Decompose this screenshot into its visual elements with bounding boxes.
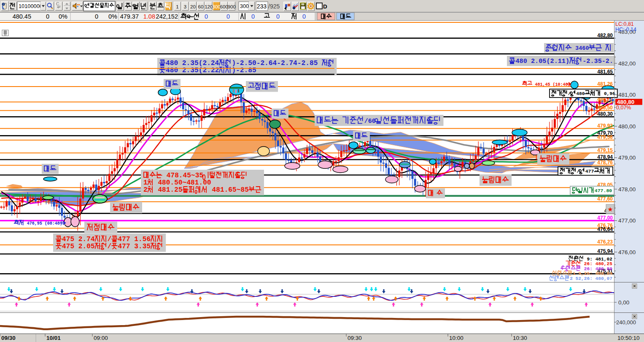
svg-text:479,56: 479,56 bbox=[597, 134, 613, 140]
svg-text:LC:0,81: LC:0,81 bbox=[615, 21, 634, 27]
svg-text:10:00: 10:00 bbox=[449, 335, 463, 341]
svg-text:2: 2 bbox=[143, 186, 148, 194]
svg-text:240,000: 240,000 bbox=[616, 319, 636, 326]
svg-text:475 2.74: 475 2.74 bbox=[62, 236, 95, 243]
svg-text:0: 0 bbox=[46, 13, 49, 20]
svg-text:480,50: 480,50 bbox=[597, 105, 613, 111]
svg-text:0: 0 bbox=[302, 13, 306, 20]
svg-text:479.37: 479.37 bbox=[120, 13, 139, 20]
svg-text:477: 477 bbox=[585, 168, 594, 174]
svg-text:10100000: 10100000 bbox=[19, 3, 43, 9]
svg-text:)-2.85: )-2.85 bbox=[232, 67, 256, 74]
svg-text:300: 300 bbox=[240, 3, 249, 9]
svg-text:2 52,26: 480,07: 2 52,26: 480,07 bbox=[570, 276, 612, 281]
svg-text:481,00: 481,00 bbox=[618, 92, 636, 98]
svg-text:3: 3 bbox=[184, 4, 186, 9]
svg-text:09:30: 09:30 bbox=[348, 335, 362, 341]
svg-text:481,65: 481,65 bbox=[597, 69, 613, 75]
svg-text:D: D bbox=[323, 3, 327, 10]
svg-text:10/01: 10/01 bbox=[46, 335, 61, 341]
svg-text:60: 60 bbox=[198, 4, 204, 9]
svg-text:120: 120 bbox=[205, 4, 213, 9]
svg-text:481.65~85: 481.65~85 bbox=[208, 186, 249, 194]
svg-text:9: 481,02: 9: 481,02 bbox=[584, 257, 612, 262]
svg-text:475,94: 475,94 bbox=[597, 248, 613, 254]
svg-text:478,94: 478,94 bbox=[597, 154, 613, 160]
svg-text:479,93: 479,93 bbox=[597, 123, 613, 129]
svg-text:476,23: 476,23 bbox=[597, 239, 613, 245]
svg-text:0: 0 bbox=[95, 13, 98, 20]
svg-text:600: 600 bbox=[220, 4, 228, 9]
svg-text:/60: /60 bbox=[364, 118, 376, 125]
svg-text:/: / bbox=[108, 236, 112, 243]
svg-text:0: 0 bbox=[276, 13, 280, 20]
svg-text:26: 480,25: 26: 480,25 bbox=[581, 261, 612, 266]
svg-text:478,00: 478,00 bbox=[618, 186, 636, 193]
svg-text:477.80: 477.80 bbox=[595, 188, 612, 193]
svg-text:/: / bbox=[108, 243, 112, 250]
svg-text:480 2.05(2.11): 480 2.05(2.11) bbox=[516, 57, 570, 65]
svg-text:480,30: 480,30 bbox=[597, 111, 613, 117]
svg-text:10:30: 10:30 bbox=[513, 335, 527, 341]
svg-text:479,15: 479,15 bbox=[597, 147, 613, 153]
svg-text:481.25: 481.25 bbox=[154, 186, 183, 194]
svg-text:0,96: 0,96 bbox=[601, 91, 615, 96]
svg-text:480 2.35(2.22: 480 2.35(2.22 bbox=[166, 67, 219, 74]
svg-text:0: 0 bbox=[226, 13, 230, 20]
svg-text:482,00: 482,00 bbox=[618, 60, 636, 67]
svg-text:HC:-0,14: HC:-0,14 bbox=[615, 27, 636, 33]
svg-text:★: ★ bbox=[607, 206, 613, 213]
svg-text:478,76: 478,76 bbox=[597, 160, 613, 166]
svg-text:/925: /925 bbox=[268, 3, 280, 10]
svg-text:1.08: 1.08 bbox=[143, 13, 155, 20]
svg-text:477,60: 477,60 bbox=[597, 196, 613, 202]
svg-text:480,00: 480,00 bbox=[618, 123, 636, 130]
svg-text:20: 20 bbox=[190, 4, 196, 9]
svg-text:480: 480 bbox=[576, 91, 585, 96]
svg-text:09/30: 09/30 bbox=[1, 335, 16, 341]
svg-text:0,07%: 0,07% bbox=[616, 105, 631, 111]
svg-text:-2.35-2.: -2.35-2. bbox=[582, 57, 613, 65]
svg-text:0,00: 0,00 bbox=[618, 299, 629, 306]
svg-text:1 9,26: 480,04: 1 9,26: 480,04 bbox=[573, 271, 612, 276]
svg-text:477 1.56: 477 1.56 bbox=[118, 236, 151, 243]
svg-text:478.45~35: 478.45~35 bbox=[162, 172, 203, 179]
svg-text:480.50~481.00: 480.50~481.00 bbox=[154, 179, 211, 187]
svg-text:233: 233 bbox=[257, 3, 267, 10]
svg-text:C: C bbox=[56, 2, 59, 6]
svg-text:477,00: 477,00 bbox=[618, 217, 636, 224]
svg-text:480,80: 480,80 bbox=[617, 99, 634, 105]
svg-text:477,00: 477,00 bbox=[597, 215, 613, 221]
svg-text:476,00: 476,00 bbox=[618, 249, 636, 255]
svg-text:481,26: 481,26 bbox=[597, 81, 613, 87]
svg-text:3460: 3460 bbox=[572, 45, 589, 52]
svg-text:)-2.50-2.64-2.74-2.85: )-2.50-2.64-2.74-2.85 bbox=[232, 60, 322, 67]
svg-text:300: 300 bbox=[213, 4, 221, 9]
svg-text:1: 1 bbox=[143, 179, 148, 187]
svg-text:0%: 0% bbox=[59, 13, 67, 20]
svg-text:476,95 (08:48): 476,95 (08:48) bbox=[24, 221, 62, 226]
svg-text:0: 0 bbox=[251, 13, 255, 20]
svg-text:09:00: 09:00 bbox=[94, 335, 108, 341]
svg-text:26: 480,80: 26: 480,80 bbox=[581, 266, 612, 271]
svg-text:482,80: 482,80 bbox=[597, 33, 613, 38]
svg-text:480.45: 480.45 bbox=[13, 13, 31, 20]
svg-text:481,45 (10:48): 481,45 (10:48) bbox=[532, 82, 570, 87]
svg-text:1: 1 bbox=[176, 4, 178, 9]
svg-text:479,00: 479,00 bbox=[618, 155, 636, 161]
svg-text:0: 0 bbox=[205, 13, 208, 20]
svg-text:900: 900 bbox=[228, 4, 236, 9]
svg-text:477 3.35: 477 3.35 bbox=[118, 243, 151, 250]
svg-text:480 2.35(2.24: 480 2.35(2.24 bbox=[166, 60, 219, 67]
svg-text:10:50:10: 10:50:10 bbox=[617, 335, 640, 341]
svg-text:476,64: 476,64 bbox=[597, 226, 613, 232]
svg-text:0%: 0% bbox=[108, 13, 117, 20]
svg-text:475 2.05: 475 2.05 bbox=[62, 243, 95, 250]
svg-text:242,152: 242,152 bbox=[156, 13, 178, 20]
